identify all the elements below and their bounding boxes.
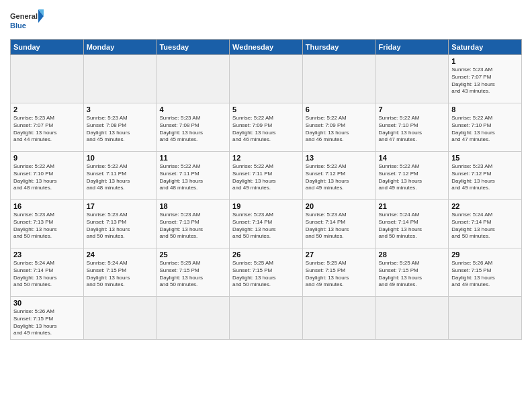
day-number: 23 xyxy=(13,250,81,259)
day-number: 9 xyxy=(13,154,81,162)
day-number: 28 xyxy=(379,250,446,259)
day-header-monday: Monday xyxy=(83,40,157,55)
calendar-cell: 2Sunrise: 5:23 AM Sunset: 7:07 PM Daylig… xyxy=(11,103,84,152)
calendar-cell xyxy=(302,297,375,340)
calendar-cell: 22Sunrise: 5:24 AM Sunset: 7:14 PM Dayli… xyxy=(449,200,522,248)
day-info: Sunrise: 5:23 AM Sunset: 7:14 PM Dayligh… xyxy=(306,212,373,240)
day-info: Sunrise: 5:23 AM Sunset: 7:13 PM Dayligh… xyxy=(13,212,81,240)
day-number: 29 xyxy=(451,250,519,259)
day-number: 27 xyxy=(306,250,373,259)
day-info: Sunrise: 5:26 AM Sunset: 7:15 PM Dayligh… xyxy=(451,260,519,289)
calendar-cell: 10Sunrise: 5:22 AM Sunset: 7:11 PM Dayli… xyxy=(83,152,157,200)
day-info: Sunrise: 5:22 AM Sunset: 7:10 PM Dayligh… xyxy=(379,115,446,144)
svg-text:Blue: Blue xyxy=(10,21,26,30)
day-info: Sunrise: 5:22 AM Sunset: 7:11 PM Dayligh… xyxy=(232,163,300,192)
day-number: 1 xyxy=(451,57,519,65)
calendar-cell xyxy=(375,297,449,340)
calendar-cell xyxy=(375,55,449,103)
day-info: Sunrise: 5:25 AM Sunset: 7:15 PM Dayligh… xyxy=(159,260,226,289)
calendar-table: SundayMondayTuesdayWednesdayThursdayFrid… xyxy=(10,39,522,340)
day-number: 11 xyxy=(159,154,226,162)
calendar-cell: 12Sunrise: 5:22 AM Sunset: 7:11 PM Dayli… xyxy=(230,152,303,200)
day-number: 25 xyxy=(159,250,226,259)
calendar-header-row: SundayMondayTuesdayWednesdayThursdayFrid… xyxy=(11,40,522,55)
calendar-cell: 29Sunrise: 5:26 AM Sunset: 7:15 PM Dayli… xyxy=(449,248,522,297)
day-header-wednesday: Wednesday xyxy=(230,40,303,55)
day-info: Sunrise: 5:26 AM Sunset: 7:15 PM Dayligh… xyxy=(13,308,81,337)
day-info: Sunrise: 5:23 AM Sunset: 7:13 PM Dayligh… xyxy=(87,212,154,240)
day-info: Sunrise: 5:23 AM Sunset: 7:07 PM Dayligh… xyxy=(451,66,519,95)
day-info: Sunrise: 5:22 AM Sunset: 7:09 PM Dayligh… xyxy=(306,115,373,144)
calendar-cell: 15Sunrise: 5:23 AM Sunset: 7:12 PM Dayli… xyxy=(449,152,522,200)
calendar-cell: 26Sunrise: 5:25 AM Sunset: 7:15 PM Dayli… xyxy=(230,248,303,297)
day-number: 7 xyxy=(379,105,446,113)
day-info: Sunrise: 5:22 AM Sunset: 7:09 PM Dayligh… xyxy=(232,115,300,144)
calendar-cell: 6Sunrise: 5:22 AM Sunset: 7:09 PM Daylig… xyxy=(302,103,375,152)
calendar-cell xyxy=(157,55,230,103)
day-number: 2 xyxy=(13,105,81,113)
day-info: Sunrise: 5:23 AM Sunset: 7:14 PM Dayligh… xyxy=(232,212,300,240)
day-number: 15 xyxy=(451,154,519,162)
calendar-week-row: 2Sunrise: 5:23 AM Sunset: 7:07 PM Daylig… xyxy=(11,103,522,152)
day-info: Sunrise: 5:24 AM Sunset: 7:14 PM Dayligh… xyxy=(13,260,81,289)
day-info: Sunrise: 5:24 AM Sunset: 7:15 PM Dayligh… xyxy=(87,260,154,289)
calendar-cell: 1Sunrise: 5:23 AM Sunset: 7:07 PM Daylig… xyxy=(449,55,522,103)
day-number: 13 xyxy=(306,154,373,162)
calendar-cell xyxy=(230,55,303,103)
day-number: 6 xyxy=(306,105,373,113)
day-number: 24 xyxy=(87,250,154,259)
calendar-cell: 7Sunrise: 5:22 AM Sunset: 7:10 PM Daylig… xyxy=(375,103,449,152)
calendar-cell: 19Sunrise: 5:23 AM Sunset: 7:14 PM Dayli… xyxy=(230,200,303,248)
calendar-cell xyxy=(11,55,84,103)
logo-svg: General Blue xyxy=(10,7,44,35)
calendar-cell xyxy=(83,297,157,340)
day-number: 21 xyxy=(379,202,446,210)
day-number: 14 xyxy=(379,154,446,162)
day-number: 26 xyxy=(232,250,300,259)
calendar-cell: 25Sunrise: 5:25 AM Sunset: 7:15 PM Dayli… xyxy=(157,248,230,297)
calendar-cell xyxy=(230,297,303,340)
day-header-saturday: Saturday xyxy=(449,40,522,55)
svg-text:General: General xyxy=(10,12,38,20)
day-info: Sunrise: 5:22 AM Sunset: 7:11 PM Dayligh… xyxy=(159,163,226,192)
calendar-cell xyxy=(449,297,522,340)
day-number: 18 xyxy=(159,202,226,210)
day-number: 22 xyxy=(451,202,519,210)
calendar-cell: 14Sunrise: 5:22 AM Sunset: 7:12 PM Dayli… xyxy=(375,152,449,200)
calendar-cell: 27Sunrise: 5:25 AM Sunset: 7:15 PM Dayli… xyxy=(302,248,375,297)
day-info: Sunrise: 5:22 AM Sunset: 7:12 PM Dayligh… xyxy=(379,163,446,192)
day-number: 20 xyxy=(306,202,373,210)
day-number: 5 xyxy=(232,105,300,113)
day-number: 17 xyxy=(87,202,154,210)
calendar-cell: 18Sunrise: 5:23 AM Sunset: 7:13 PM Dayli… xyxy=(157,200,230,248)
calendar-week-row: 1Sunrise: 5:23 AM Sunset: 7:07 PM Daylig… xyxy=(11,55,522,103)
calendar-cell: 24Sunrise: 5:24 AM Sunset: 7:15 PM Dayli… xyxy=(83,248,157,297)
calendar-cell: 16Sunrise: 5:23 AM Sunset: 7:13 PM Dayli… xyxy=(11,200,84,248)
logo: General Blue xyxy=(10,7,44,35)
calendar-cell: 21Sunrise: 5:24 AM Sunset: 7:14 PM Dayli… xyxy=(375,200,449,248)
day-header-tuesday: Tuesday xyxy=(157,40,230,55)
calendar-cell: 5Sunrise: 5:22 AM Sunset: 7:09 PM Daylig… xyxy=(230,103,303,152)
day-info: Sunrise: 5:24 AM Sunset: 7:14 PM Dayligh… xyxy=(451,212,519,240)
day-number: 8 xyxy=(451,105,519,113)
calendar-week-row: 16Sunrise: 5:23 AM Sunset: 7:13 PM Dayli… xyxy=(11,200,522,248)
calendar-cell: 4Sunrise: 5:23 AM Sunset: 7:08 PM Daylig… xyxy=(157,103,230,152)
day-info: Sunrise: 5:23 AM Sunset: 7:07 PM Dayligh… xyxy=(13,115,81,144)
day-number: 4 xyxy=(159,105,226,113)
calendar-cell: 13Sunrise: 5:22 AM Sunset: 7:12 PM Dayli… xyxy=(302,152,375,200)
day-info: Sunrise: 5:23 AM Sunset: 7:08 PM Dayligh… xyxy=(87,115,154,144)
day-number: 19 xyxy=(232,202,300,210)
calendar-cell: 8Sunrise: 5:22 AM Sunset: 7:10 PM Daylig… xyxy=(449,103,522,152)
day-number: 16 xyxy=(13,202,81,210)
day-info: Sunrise: 5:22 AM Sunset: 7:10 PM Dayligh… xyxy=(451,115,519,144)
day-info: Sunrise: 5:23 AM Sunset: 7:13 PM Dayligh… xyxy=(159,212,226,240)
day-number: 10 xyxy=(87,154,154,162)
calendar-cell: 9Sunrise: 5:22 AM Sunset: 7:10 PM Daylig… xyxy=(11,152,84,200)
day-number: 30 xyxy=(13,299,81,307)
calendar-cell: 3Sunrise: 5:23 AM Sunset: 7:08 PM Daylig… xyxy=(83,103,157,152)
day-header-friday: Friday xyxy=(375,40,449,55)
day-info: Sunrise: 5:22 AM Sunset: 7:12 PM Dayligh… xyxy=(306,163,373,192)
day-header-thursday: Thursday xyxy=(302,40,375,55)
calendar-cell: 28Sunrise: 5:25 AM Sunset: 7:15 PM Dayli… xyxy=(375,248,449,297)
calendar-cell xyxy=(83,55,157,103)
